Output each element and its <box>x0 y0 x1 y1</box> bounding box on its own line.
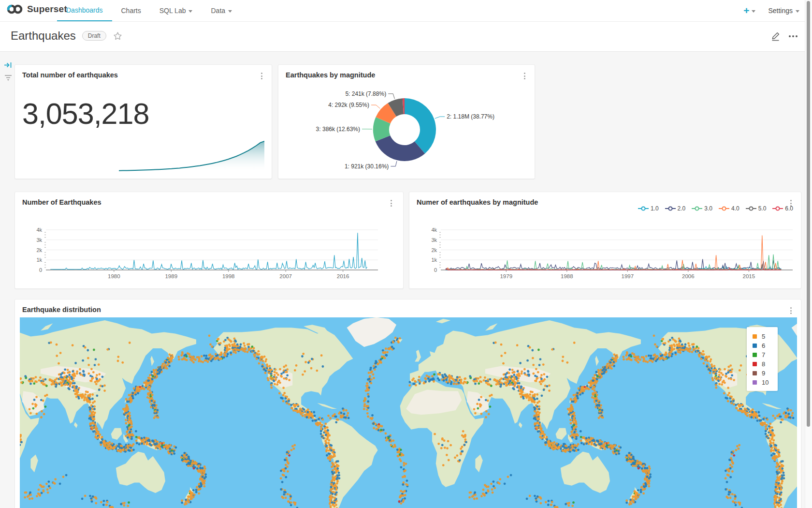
world-map[interactable]: 5678910 <box>20 317 797 508</box>
svg-text:2015: 2015 <box>743 273 755 279</box>
legend-swatch-icon <box>753 334 757 339</box>
svg-text:1979: 1979 <box>500 273 512 279</box>
chevron-down-icon <box>796 10 799 13</box>
page-title: Earthquakes <box>11 29 76 43</box>
legend-swatch-icon <box>753 371 757 375</box>
favorite-star-icon[interactable] <box>113 31 123 41</box>
chart-title: Total number of earthquakes <box>22 71 118 79</box>
card-total-earthquakes: Total number of earthquakes 3,053,218 <box>14 64 272 179</box>
map-legend-item-8: 8 <box>753 359 778 369</box>
magnitude-donut-chart[interactable]: 2: 1.18M (38.77%)1: 921k (30.16%)3: 386k… <box>278 65 536 179</box>
chevron-down-icon <box>188 10 192 13</box>
top-navbar: Superset Dashboards Charts SQL Lab Data … <box>0 0 812 22</box>
svg-text:1k: 1k <box>36 257 42 263</box>
svg-text:4: 292k (9.55%): 4: 292k (9.55%) <box>328 102 369 108</box>
legend-swatch-icon <box>753 362 757 366</box>
scrollbar-thumb[interactable] <box>807 1 810 427</box>
map-legend-item-7: 7 <box>753 350 778 359</box>
svg-text:0: 0 <box>39 267 42 273</box>
scrollbar-track[interactable] <box>805 0 812 508</box>
nav-tabs: Dashboards Charts SQL Lab Data <box>57 0 241 21</box>
svg-text:1998: 1998 <box>222 273 235 279</box>
expand-filter-bar-icon[interactable] <box>4 61 13 69</box>
svg-text:1997: 1997 <box>622 273 634 279</box>
svg-text:2k: 2k <box>431 247 437 253</box>
svg-text:2006: 2006 <box>682 273 695 279</box>
svg-text:1: 921k (30.16%): 1: 921k (30.16%) <box>345 163 389 170</box>
legend-swatch-icon <box>753 353 757 357</box>
svg-text:3: 386k (12.63%): 3: 386k (12.63%) <box>316 126 360 133</box>
card-number-of-earthquakes: Number of Earthquakes 01k2k3k4k198019891… <box>14 192 404 289</box>
svg-text:1980: 1980 <box>108 273 120 279</box>
svg-text:1k: 1k <box>431 257 437 263</box>
map-legend-item-5: 5 <box>753 332 778 341</box>
map-legend-item-6: 6 <box>753 341 778 350</box>
plus-icon: + <box>743 6 749 15</box>
svg-text:3k: 3k <box>431 237 437 243</box>
svg-text:4k: 4k <box>431 227 437 233</box>
chevron-down-icon <box>228 10 232 13</box>
map-legend-item-10: 10 <box>753 378 778 387</box>
status-badge: Draft <box>82 31 106 41</box>
nav-tab-charts[interactable]: Charts <box>112 0 150 21</box>
svg-text:0: 0 <box>434 267 437 273</box>
svg-text:1989: 1989 <box>165 273 177 279</box>
chart-title: Earthquake distribution <box>22 306 101 314</box>
new-item-button[interactable]: + <box>743 6 755 15</box>
nav-tab-dashboards[interactable]: Dashboards <box>57 0 112 21</box>
dashboard-header: Earthquakes Draft <box>0 22 812 52</box>
svg-text:2007: 2007 <box>279 273 292 279</box>
svg-text:1988: 1988 <box>561 273 573 279</box>
superset-logo-icon <box>7 3 23 15</box>
map-magnitude-legend: 5678910 <box>747 327 778 391</box>
filter-list-icon[interactable] <box>4 74 12 81</box>
svg-text:2016: 2016 <box>337 273 349 279</box>
edit-pencil-icon[interactable] <box>770 30 781 42</box>
chart-menu-button[interactable] <box>259 71 265 81</box>
svg-text:3k: 3k <box>36 237 42 243</box>
card-earthquakes-by-magnitude: Earthquakes by magnitude 2: 1.18M (38.77… <box>278 64 535 179</box>
nav-tab-data[interactable]: Data <box>202 0 241 21</box>
settings-menu[interactable]: Settings <box>768 7 799 15</box>
magnitude-series-line-chart[interactable]: 01k2k3k4k19791988199720062015 <box>409 192 802 289</box>
svg-text:2k: 2k <box>36 247 42 253</box>
svg-text:2: 1.18M (38.77%): 2: 1.18M (38.77%) <box>447 113 494 120</box>
card-earthquakes-by-magnitude-series: Numer of earthquakes by magnitude 1.0 2.… <box>409 192 801 289</box>
big-number-value: 3,053,218 <box>22 97 149 131</box>
trend-sparkline[interactable] <box>119 138 264 173</box>
nav-tab-sql-lab[interactable]: SQL Lab <box>150 0 202 21</box>
earthquake-count-line-chart[interactable]: 01k2k3k4k19801989199820072016 <box>15 192 404 289</box>
legend-swatch-icon <box>753 344 757 348</box>
card-earthquake-distribution: Earthquake distribution 5678910 <box>14 299 801 508</box>
chevron-down-icon <box>752 10 755 13</box>
map-legend-item-9: 9 <box>753 369 778 378</box>
chart-menu-button[interactable] <box>788 306 794 315</box>
svg-text:4k: 4k <box>36 227 42 233</box>
svg-text:5: 241k (7.88%): 5: 241k (7.88%) <box>345 90 386 97</box>
more-options-button[interactable] <box>788 33 798 39</box>
legend-swatch-icon <box>753 380 757 385</box>
